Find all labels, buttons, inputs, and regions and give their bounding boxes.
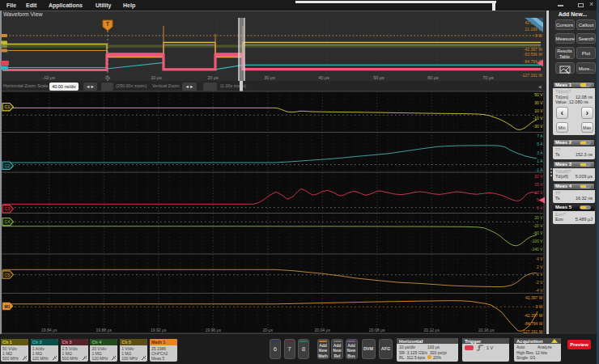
svg-text:40 μs: 40 μs bbox=[318, 75, 329, 80]
svg-text:-30 V: -30 V bbox=[533, 124, 544, 129]
svg-text:C2: C2 bbox=[5, 163, 11, 168]
svg-text:20.04 μs: 20.04 μs bbox=[315, 328, 331, 332]
svg-text:30 μs: 30 μs bbox=[264, 75, 275, 80]
svg-text:2 V: 2 V bbox=[537, 265, 543, 269]
svg-text:-2 V: -2 V bbox=[535, 280, 543, 285]
svg-text:5 A: 5 A bbox=[537, 142, 543, 146]
svg-text:19.88 μs: 19.88 μs bbox=[96, 328, 113, 332]
svg-text:10 V: 10 V bbox=[534, 108, 543, 113]
svg-text:19.96 μs: 19.96 μs bbox=[206, 328, 222, 332]
svg-text:20.16 μs: 20.16 μs bbox=[478, 328, 495, 332]
svg-text:-63.596 W: -63.596 W bbox=[524, 52, 542, 57]
svg-text:-10 μs: -10 μs bbox=[42, 75, 55, 80]
svg-text:0 V: 0 V bbox=[537, 205, 543, 210]
svg-text:-42.397 W: -42.397 W bbox=[524, 313, 542, 318]
svg-text:0 W: 0 W bbox=[535, 33, 542, 38]
svg-text:0 V: 0 V bbox=[537, 272, 543, 277]
svg-text:10 V: 10 V bbox=[534, 190, 543, 195]
svg-text:10 μs: 10 μs bbox=[151, 75, 162, 80]
svg-text:50 V: 50 V bbox=[534, 92, 543, 97]
svg-text:C1: C1 bbox=[5, 104, 11, 109]
svg-text:-60 V: -60 V bbox=[533, 231, 544, 235]
svg-text:19.84 μs: 19.84 μs bbox=[41, 328, 57, 332]
svg-text:-42.397 W: -42.397 W bbox=[524, 47, 542, 52]
svg-text:C4: C4 bbox=[5, 219, 11, 224]
svg-text:-140 V: -140 V bbox=[531, 247, 543, 252]
svg-text:60 μs: 60 μs bbox=[427, 75, 439, 80]
svg-text:4 V: 4 V bbox=[537, 256, 543, 261]
svg-text:20 V: 20 V bbox=[534, 174, 543, 179]
svg-text:-84.794 W: -84.794 W bbox=[524, 321, 542, 326]
svg-text:30 V: 30 V bbox=[534, 100, 543, 105]
svg-text:20.08 μs: 20.08 μs bbox=[369, 328, 385, 332]
svg-text:50 μs: 50 μs bbox=[373, 75, 384, 80]
svg-text:-100 V: -100 V bbox=[531, 239, 543, 243]
svg-text:C5: C5 bbox=[5, 273, 11, 277]
svg-text:15 V: 15 V bbox=[534, 182, 543, 187]
svg-text:-127.191 W: -127.191 W bbox=[521, 73, 542, 78]
svg-text:19.92 μs: 19.92 μs bbox=[151, 328, 167, 332]
svg-text:1 A: 1 A bbox=[537, 159, 543, 163]
svg-text:-1 A: -1 A bbox=[536, 167, 544, 172]
svg-text:20 μs: 20 μs bbox=[263, 328, 274, 332]
svg-text:42.397 W: 42.397 W bbox=[525, 295, 543, 300]
svg-text:70 μs: 70 μs bbox=[482, 75, 494, 80]
svg-text:-4 V: -4 V bbox=[535, 288, 543, 293]
svg-text:20 μs: 20 μs bbox=[207, 75, 219, 80]
svg-text:M1: M1 bbox=[5, 304, 11, 309]
svg-text:20.12 μs: 20.12 μs bbox=[424, 328, 440, 332]
svg-text:20 V: 20 V bbox=[534, 215, 543, 220]
svg-text:C3: C3 bbox=[5, 206, 11, 211]
svg-text:-10 V: -10 V bbox=[533, 116, 544, 121]
svg-text:7 A: 7 A bbox=[537, 133, 543, 138]
svg-text:3 A: 3 A bbox=[537, 150, 543, 155]
svg-text:0s: 0s bbox=[105, 75, 110, 80]
svg-text:0 W: 0 W bbox=[536, 304, 543, 309]
svg-text:T: T bbox=[106, 21, 110, 27]
svg-text:-20 V: -20 V bbox=[533, 223, 544, 228]
svg-text:-127.191 W: -127.191 W bbox=[522, 329, 543, 334]
